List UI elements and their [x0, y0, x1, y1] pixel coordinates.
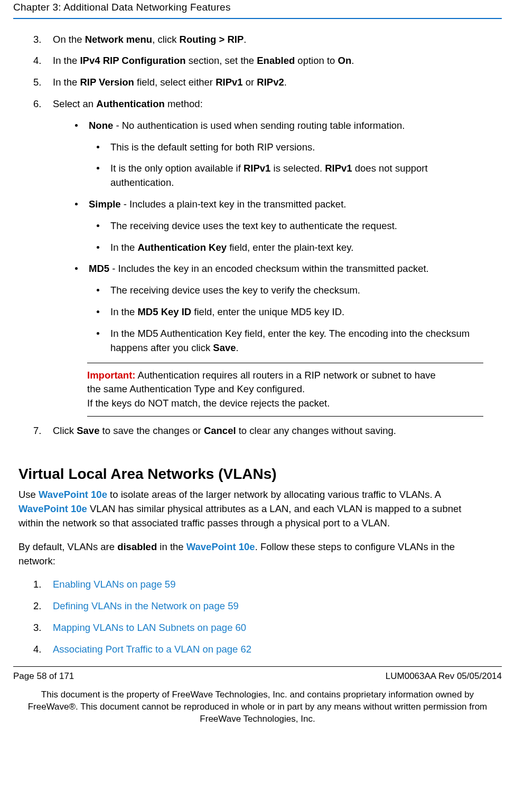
list-item: In the MD5 Authentication Key field, ent…	[89, 327, 483, 355]
list-item: The receiving device uses the key to ver…	[89, 284, 483, 298]
footer-disclaimer: This document is the property of FreeWav…	[13, 689, 502, 725]
page-footer: Page 58 of 171 LUM0063AA Rev 05/05/2014 …	[13, 666, 502, 725]
product-name: WavePoint 10e	[186, 541, 255, 552]
vlan-paragraph-2: By default, VLANs are disabled in the Wa…	[18, 540, 483, 569]
auth-md5: MD5 - Includes the key in an encoded che…	[53, 262, 483, 355]
important-label: Important:	[87, 370, 135, 381]
vlan-steps-list: Enabling VLANs on page 59 Defining VLANs…	[18, 578, 483, 656]
auth-none: None - No authentication is used when se…	[53, 119, 483, 190]
step-5: In the RIP Version field, select either …	[18, 75, 483, 90]
vlan-step-link-1: Enabling VLANs on page 59	[18, 578, 483, 592]
list-item: In the Authentication Key field, enter t…	[89, 241, 483, 255]
list-item: It is the only option available if RIPv1…	[89, 162, 483, 190]
step-6: Select an Authentication method: None - …	[18, 97, 483, 417]
auth-none-details: This is the default setting for both RIP…	[89, 140, 483, 190]
chapter-header: Chapter 3: Additional Data Networking Fe…	[13, 0, 502, 19]
section-title-vlans: Virtual Local Area Networks (VLANs)	[18, 464, 483, 485]
product-name: WavePoint 10e	[39, 489, 107, 500]
list-item: This is the default setting for both RIP…	[89, 140, 483, 155]
auth-simple-details: The receiving device uses the text key t…	[89, 219, 483, 255]
list-item: The receiving device uses the text key t…	[89, 219, 483, 233]
step-7: Click Save to save the changes or Cancel…	[18, 424, 483, 438]
vlan-step-link-4: Associating Port Traffic to a VLAN on pa…	[18, 643, 483, 657]
product-name: WavePoint 10e	[18, 503, 87, 514]
cross-reference-link[interactable]: Mapping VLANs to LAN Subnets on page 60	[53, 622, 246, 633]
page-number: Page 58 of 171	[13, 670, 74, 683]
document-id: LUM0063AA Rev 05/05/2014	[386, 670, 502, 683]
vlan-paragraph-1: Use WavePoint 10e to isolate areas of th…	[18, 488, 483, 530]
auth-simple: Simple - Includes a plain-text key in th…	[53, 197, 483, 254]
cross-reference-link[interactable]: Associating Port Traffic to a VLAN on pa…	[53, 644, 251, 655]
step-3: On the Network menu, click Routing > RIP…	[18, 33, 483, 47]
step-4: In the IPv4 RIP Configuration section, s…	[18, 54, 483, 68]
auth-methods-list: None - No authentication is used when se…	[53, 119, 483, 355]
step-list: On the Network menu, click Routing > RIP…	[18, 33, 483, 438]
auth-md5-details: The receiving device uses the key to ver…	[89, 284, 483, 355]
list-item: In the MD5 Key ID field, enter the uniqu…	[89, 305, 483, 319]
vlan-step-link-2: Defining VLANs in the Network on page 59	[18, 599, 483, 613]
cross-reference-link[interactable]: Enabling VLANs on page 59	[53, 579, 175, 590]
cross-reference-link[interactable]: Defining VLANs in the Network on page 59	[53, 600, 239, 611]
page-content: On the Network menu, click Routing > RIP…	[13, 33, 502, 657]
document-page: Chapter 3: Additional Data Networking Fe…	[0, 0, 515, 736]
important-note: Important: Authentication requires all r…	[87, 363, 483, 417]
vlan-step-link-3: Mapping VLANs to LAN Subnets on page 60	[18, 621, 483, 635]
